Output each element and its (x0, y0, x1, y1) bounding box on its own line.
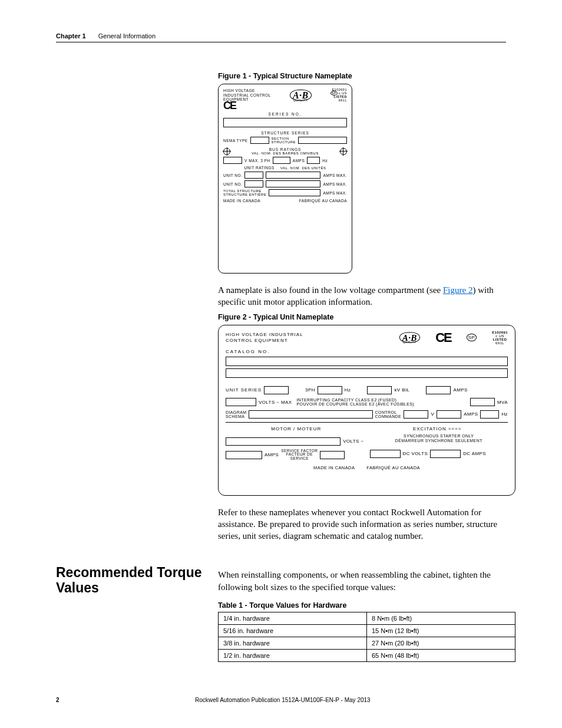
unit-amps-field (266, 180, 320, 187)
listed-num: 691L (492, 341, 508, 345)
page-number: 2 (56, 697, 59, 703)
crosshair-icon (340, 148, 347, 155)
publication-info: Rockwell Automation Publication 1512A-UM… (56, 697, 506, 703)
torque-table: 1/4 in. hardware 8 N•m (6 lb•ft) 5/16 in… (218, 612, 515, 662)
val-cell: 15 N•m (12 lb•ft) (367, 624, 515, 637)
made-in-fr: FABRIQUÉ AU CANADA (299, 199, 347, 203)
control-amps-field (437, 410, 461, 419)
ce-mark-icon: CE (435, 330, 451, 345)
unit-series-field (264, 386, 289, 394)
hw-cell: 3/8 in. hardware (219, 637, 367, 649)
nema-type-label: NEMA TYPE (223, 139, 248, 143)
service-factor-field (320, 451, 345, 459)
kv-bil-label: kV BIL (394, 387, 409, 393)
total-structure-fr: STRUCTURE ENTIÈRE (223, 193, 266, 196)
unit-no-label: UNIT NO. (223, 182, 242, 186)
divider (226, 422, 508, 423)
hz-label: Hz (345, 387, 351, 393)
amps-max-label: AMPS MAX. (323, 191, 347, 195)
sync-fr: DÉMARREUR SYNCHRONE SEULEMENT (370, 439, 508, 443)
section-structure-label: SECTION STRUCTURE (272, 137, 296, 144)
table1-caption: Table 1 - Torque Values for Hardware (218, 601, 506, 610)
catalog-no-label: CATALOG NO. (226, 349, 508, 354)
volts-max-field (226, 398, 256, 406)
sp-mark-icon: SP (467, 334, 477, 341)
mva-label: MVA (497, 400, 508, 405)
made-in-fr: FABRIQUÉ AU CANADA (366, 465, 420, 470)
running-header: Chapter 1 General Information (56, 32, 506, 39)
amps-label: AMPS (293, 159, 305, 163)
interrupt-fr: POUVOIR DE COUPURE CLASSE E2 (AVEC FUSIB… (297, 402, 468, 407)
section-label: General Information (98, 32, 156, 39)
three-ph-label: 3PH (305, 387, 315, 393)
volts-tilde-label: VOLTS ~ (343, 439, 363, 444)
crosshair-icon (223, 148, 230, 155)
vmax-label: V MAX. 3 PH (244, 159, 270, 163)
unit-no-label: UNIT NO. (223, 173, 242, 177)
section2-intro: When reinstalling components, or when re… (218, 569, 506, 593)
listed-label: LISTED (492, 338, 508, 341)
figure1-caption: Figure 1 - Typical Structure Nameplate (218, 72, 506, 80)
sync-en: SYNCHRONOUS STARTER ONLY (370, 434, 508, 439)
diagram-label: DIAGRAM (226, 410, 246, 414)
dc-volts-label: DC VOLTS (403, 451, 428, 456)
hw-cell: 5/16 in. hardware (219, 624, 367, 637)
series-no-field (223, 118, 347, 127)
motor-volts-field (226, 437, 340, 446)
page-footer: 2 Rockwell Automation Publication 1512A-… (56, 697, 506, 703)
excitation-label: EXCITATION ==== (367, 426, 508, 431)
amps-field (426, 386, 451, 394)
hz-label: Hz (501, 411, 508, 417)
control-label: CONTROL (375, 410, 402, 414)
service-label: SERVICE (281, 457, 318, 461)
made-in-label: MADE IN CANADA (223, 199, 260, 203)
unit-no-field (244, 172, 263, 179)
catalog-no-field-2 (226, 368, 508, 378)
figure1-nameplate: HIGH VOLTAGE INDUSTRIAL CONTROL EQUIPMEN… (218, 84, 352, 274)
amps-field (273, 157, 290, 164)
section2-heading: Recommended Torque Values (56, 565, 203, 596)
ce-mark-icon: CE (223, 100, 347, 112)
control-v-field (404, 410, 428, 419)
header-rule (56, 42, 506, 42)
table-row: 1/4 in. hardware 8 N•m (6 lb•ft) (219, 612, 515, 624)
listed-num: 691L (330, 98, 347, 102)
table-row: 1/2 in. hardware 65 N•m (48 lb•ft) (219, 649, 515, 661)
table-row: 3/8 in. hardware 27 N•m (20 lb•ft) (219, 637, 515, 649)
ab-logo-icon: A·B QUALITY (290, 90, 312, 101)
paragraph-2: Refer to these nameplates whenever you c… (218, 506, 506, 542)
unit-series-label: UNIT SERIES (226, 387, 262, 393)
section-structure-field (298, 137, 347, 144)
chapter-label: Chapter 1 (56, 32, 86, 39)
amps-label: AMPS (265, 452, 279, 457)
paragraph-1: A nameplate is also found in the low vol… (218, 284, 506, 308)
table-row: 5/16 in. hardware 15 N•m (12 lb•ft) (219, 624, 515, 637)
dc-volts-field (370, 450, 401, 458)
unit-no-field (244, 180, 263, 187)
nema-type-field (250, 137, 269, 144)
unit-ratings-label: UNIT RATINGS (244, 166, 275, 170)
amps-label: AMPS (453, 387, 467, 393)
vmax-field (223, 157, 242, 164)
ul-c-us: c US (495, 334, 504, 338)
figure2-nameplate: HIGH VOLTAGE INDUSTRIAL CONTROL EQUIPMEN… (218, 325, 515, 496)
figure2-link[interactable]: Figure 2 (443, 285, 472, 295)
ab-logo-icon: A·B QUALITY (399, 332, 419, 342)
diagram-field (249, 410, 372, 419)
control-hz-field (480, 410, 499, 419)
kv-bil-field (367, 386, 392, 394)
motor-label: MOTOR / MOTEUR (226, 426, 367, 431)
val-cell: 27 N•m (20 lb•ft) (367, 637, 515, 649)
catalog-no-field (226, 357, 508, 366)
motor-amps-field (226, 451, 262, 459)
interrupt-en: INTERRUPTING CAPACITY CLASS E2 (FUSED) (297, 398, 468, 403)
v-label: V (431, 411, 434, 417)
made-in-label: MADE IN CANADA (313, 465, 355, 470)
val-cell: 65 N•m (48 lb•ft) (367, 649, 515, 661)
amps-max-label: AMPS MAX. (323, 173, 347, 177)
structure-series-label: STRUCTURE SERIES (223, 131, 347, 135)
np2-hv-label: HIGH VOLTAGE INDUSTRIAL CONTROL EQUIPMEN… (226, 332, 303, 343)
hz-label: Hz (322, 159, 328, 163)
hw-cell: 1/2 in. hardware (219, 649, 367, 661)
hz-field (307, 157, 320, 164)
